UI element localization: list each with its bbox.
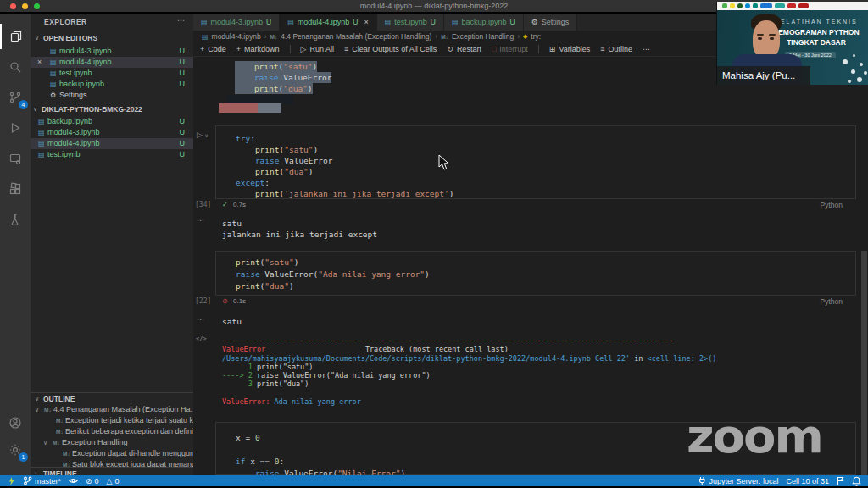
- outline-item[interactable]: ∨ M↓ Exception Handling: [31, 437, 193, 448]
- notebook-file-icon: ▤: [50, 79, 57, 90]
- outline-header[interactable]: ∨ OUTLINE: [31, 392, 193, 404]
- remote-explorer-icon[interactable]: [0, 146, 31, 171]
- account-icon[interactable]: [0, 410, 31, 435]
- search-icon[interactable]: [0, 54, 31, 80]
- source-control-icon[interactable]: 4: [0, 85, 31, 110]
- lightning-icon: [7, 476, 15, 486]
- markdown-icon: M↓: [63, 448, 70, 459]
- cell-position-item[interactable]: Cell 10 of 31: [786, 477, 829, 485]
- jupyter-server-item[interactable]: Jupyter Server: local: [698, 476, 778, 485]
- restart-button[interactable]: ↻Restart: [447, 45, 481, 53]
- logo: [798, 3, 809, 8]
- variables-button[interactable]: ⊞Variables: [549, 45, 590, 53]
- outline-item[interactable]: M↓ Exception dapat di-handle mengguna...: [31, 448, 193, 459]
- timeline-label: TIMELINE: [43, 468, 77, 475]
- warning-count: 0: [115, 477, 120, 485]
- editor-scrollbar[interactable]: [861, 251, 867, 486]
- cell-language[interactable]: Python: [821, 297, 843, 306]
- outline-item[interactable]: M↓ Berikut beberapa exception dan defini…: [31, 426, 193, 437]
- close-icon[interactable]: ×: [364, 18, 369, 26]
- tree-file-backup[interactable]: ▤ backup.ipynb U: [31, 116, 193, 127]
- webcam-video-overlay: PELATIHAN TEKNIS PEMOGRAMAN PYTHON TINGK…: [716, 2, 868, 85]
- participant-name-label: Mahisa Ajy (Pu...: [717, 66, 810, 85]
- close-icon[interactable]: ×: [37, 57, 42, 68]
- feedback-item[interactable]: [837, 476, 844, 485]
- testing-beaker-icon[interactable]: [0, 207, 31, 232]
- logo: [787, 3, 796, 8]
- open-editors-header[interactable]: ∨ OPEN EDITORS: [31, 32, 193, 44]
- eye-icon: [69, 477, 78, 485]
- tab-test[interactable]: ▤ test.ipynb U: [377, 14, 444, 30]
- run-all-button[interactable]: ▷Run All: [301, 45, 334, 53]
- explorer-icon[interactable]: [0, 24, 31, 49]
- notebook-file-icon: ▤: [201, 19, 208, 26]
- breadcrumb-file[interactable]: modul4-4.ipynb: [212, 32, 261, 41]
- outline-item[interactable]: M↓ Satu blok except juga dapat menanga..…: [31, 459, 193, 467]
- logo: [775, 3, 785, 8]
- markdown-icon: M↓: [44, 404, 52, 415]
- chevron-down-icon: ∨: [204, 133, 208, 138]
- git-branch-item[interactable]: master*: [23, 476, 61, 485]
- tab-modul4-3[interactable]: ▤ modul4-3.ipynb U: [193, 14, 280, 30]
- problems-errors[interactable]: ⊘ 0: [86, 477, 99, 485]
- logo: [760, 3, 772, 8]
- minimize-window-button[interactable]: [22, 3, 28, 9]
- tab-settings[interactable]: ⚙ Settings: [524, 14, 578, 30]
- git-status-badge: U: [180, 127, 186, 138]
- cell-editor[interactable]: print("satu")raise ValueError("Ada nilai…: [215, 251, 856, 296]
- close-window-button[interactable]: [10, 3, 16, 9]
- output-more-icon[interactable]: ⋯: [197, 315, 204, 324]
- tab-backup[interactable]: ▤ backup.ipynb U: [444, 14, 524, 30]
- open-editor-test[interactable]: ▤ test.ipynb U: [31, 68, 193, 79]
- outline-item[interactable]: ∨ M↓ 4.4 Penanganan Masalah (Exception H…: [31, 404, 193, 415]
- open-editor-settings[interactable]: ⚙ Settings: [31, 90, 193, 101]
- git-status-badge: U: [180, 57, 186, 68]
- tree-file-test[interactable]: ▤ test.ipynb U: [31, 149, 193, 160]
- settings-gear-icon[interactable]: 1: [0, 437, 31, 463]
- open-editor-modul4-4[interactable]: × ▤ modul4-4.ipynb U: [31, 57, 193, 68]
- code-cell-partial[interactable]: print("satu") raise ValueError print("du…: [235, 61, 331, 94]
- breadcrumb-symbol[interactable]: try:: [531, 32, 541, 41]
- chevron-right-icon: ›: [517, 32, 520, 41]
- remote-indicator[interactable]: [7, 476, 15, 486]
- open-editor-modul4-3[interactable]: ▤ modul4-3.ipynb U: [31, 46, 193, 57]
- sidebar-more-icon[interactable]: ⋯: [177, 16, 185, 25]
- add-markdown-cell-button[interactable]: +Markdown: [236, 45, 280, 53]
- problems-warnings[interactable]: △ 0: [107, 477, 120, 485]
- cell-position: Cell 10 of 31: [786, 477, 829, 485]
- breadcrumb-subsection[interactable]: Exception Handling: [452, 32, 514, 41]
- output-more-icon[interactable]: ⋯: [197, 216, 204, 225]
- markdown-icon: M↓: [53, 437, 60, 448]
- folder-header[interactable]: ∨ DIKLAT-PYTHON-BMKG-2022: [31, 103, 193, 115]
- notebook-file-icon: ▤: [50, 46, 57, 57]
- tree-file-modul4-3[interactable]: ▤ modul4-3.ipynb U: [31, 127, 193, 138]
- logo: [737, 3, 743, 8]
- flag-icon: [837, 476, 844, 485]
- output-text: satu: [222, 316, 242, 327]
- cell-editor[interactable]: try: print("satu") raise ValueError prin…: [215, 125, 856, 199]
- notebook-file-icon: ▤: [38, 116, 45, 127]
- notebook-file-icon: ▤: [385, 19, 392, 26]
- run-debug-icon[interactable]: [0, 115, 31, 141]
- execution-time: 0.1s: [233, 297, 246, 305]
- notebook-file-icon: ▤: [287, 19, 294, 26]
- add-code-cell-button[interactable]: +Code: [200, 45, 226, 53]
- outline-button[interactable]: ≡Outline: [600, 45, 632, 53]
- interrupt-button[interactable]: □Interrupt: [492, 45, 528, 53]
- plug-icon: [698, 476, 706, 485]
- timeline-header[interactable]: › TIMELINE: [31, 467, 193, 475]
- toolbar-more-button[interactable]: ⋯: [643, 45, 650, 53]
- outline-item[interactable]: M↓ Exception terjadi ketika terjadi suat…: [31, 415, 193, 426]
- open-editor-backup[interactable]: ▤ backup.ipynb U: [31, 79, 193, 90]
- maximize-window-button[interactable]: [34, 3, 40, 9]
- markdown-icon: M↓: [270, 34, 278, 40]
- notifications-item[interactable]: [852, 476, 861, 486]
- tab-modul4-4[interactable]: ▤ modul4-4.ipynb U ×: [280, 14, 377, 30]
- extensions-icon[interactable]: [0, 176, 31, 202]
- breadcrumb-section[interactable]: 4.4 Penanganan Masalah (Exception Handli…: [281, 32, 431, 41]
- clear-outputs-button[interactable]: ≡Clear Outputs of All Cells: [344, 45, 437, 53]
- cell-language[interactable]: Python: [821, 201, 843, 209]
- gitlens-eye-item[interactable]: [69, 477, 78, 485]
- run-cell-button[interactable]: ▷ ∨: [197, 130, 209, 139]
- tree-file-modul4-4[interactable]: ▤ modul4-4.ipynb U: [31, 138, 193, 149]
